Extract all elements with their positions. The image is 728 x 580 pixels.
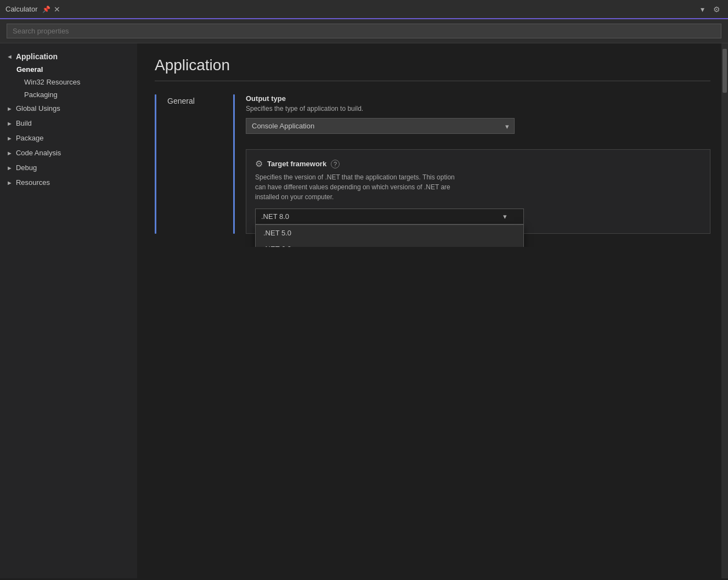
application-label: Application bbox=[16, 52, 58, 61]
tf-help-icon[interactable]: ? bbox=[331, 160, 340, 168]
title-bar: Calculator 📌 ✕ ▾ ⚙ bbox=[0, 0, 728, 19]
page-title: Application bbox=[155, 57, 710, 74]
scrollbar-thumb[interactable] bbox=[723, 49, 727, 93]
globalusings-arrow-icon: ► bbox=[7, 105, 13, 112]
tf-description: Specifies the version of .NET that the a… bbox=[255, 172, 701, 202]
sidebar-item-resources[interactable]: ► Resources bbox=[0, 175, 137, 190]
search-input[interactable] bbox=[7, 24, 721, 38]
packaging-label: Packaging bbox=[24, 91, 58, 99]
section-label-general: General bbox=[167, 94, 233, 234]
title-bar-title: Calculator bbox=[5, 5, 38, 13]
settings-area: General Output type Specifies the type o… bbox=[155, 94, 710, 234]
build-label: Build bbox=[16, 119, 32, 127]
general-label: General bbox=[16, 65, 43, 74]
scrollbar[interactable] bbox=[721, 43, 728, 578]
sidebar-item-build[interactable]: ► Build bbox=[0, 116, 137, 131]
tf-gear-icon: ⚙ bbox=[255, 159, 263, 169]
content-wrapper: Application General Output type Specifie… bbox=[137, 43, 728, 578]
package-label: Package bbox=[16, 134, 44, 142]
tf-header: ⚙ Target framework ? bbox=[255, 159, 701, 169]
page-divider bbox=[155, 81, 710, 81]
sidebar-item-debug[interactable]: ► Debug bbox=[0, 160, 137, 175]
sidebar-item-globalusings[interactable]: ► Global Usings bbox=[0, 101, 137, 116]
close-icon[interactable]: ✕ bbox=[54, 5, 60, 14]
win32resources-label: Win32 Resources bbox=[24, 78, 81, 86]
resources-label: Resources bbox=[16, 178, 50, 187]
output-type-description: Specifies the type of application to bui… bbox=[246, 105, 710, 112]
debug-label: Debug bbox=[16, 164, 37, 172]
framework-selected-value: .NET 8.0 bbox=[261, 212, 289, 221]
section-divider-bar bbox=[233, 94, 235, 234]
framework-dropdown-arrow-icon: ▾ bbox=[503, 212, 507, 221]
framework-dropdown-container: .NET 8.0 ▾ .NET 5.0 .NET 6.0 bbox=[255, 209, 701, 224]
content-area: Application General Output type Specifie… bbox=[137, 43, 728, 247]
sidebar: ◄ Application General Win32 Resources Pa… bbox=[0, 43, 137, 578]
section-blue-bar bbox=[155, 94, 156, 234]
codeanalysis-label: Code Analysis bbox=[16, 149, 61, 157]
target-framework-group: ⚙ Target framework ? Specifies the versi… bbox=[246, 149, 710, 234]
sidebar-item-packaging[interactable]: Packaging bbox=[0, 88, 137, 101]
sidebar-item-application[interactable]: ◄ Application bbox=[0, 50, 137, 63]
package-arrow-icon: ► bbox=[7, 135, 13, 142]
debug-arrow-icon: ► bbox=[7, 165, 13, 171]
output-type-label: Output type bbox=[246, 94, 710, 103]
sidebar-item-codeanalysis[interactable]: ► Code Analysis bbox=[0, 145, 137, 160]
codeanalysis-arrow-icon: ► bbox=[7, 150, 13, 156]
dropdown-icon[interactable]: ▾ bbox=[698, 4, 707, 15]
output-type-dropdown-wrapper: Console Application Windows Application … bbox=[246, 118, 515, 134]
search-bar bbox=[0, 19, 728, 43]
main-layout: ◄ Application General Win32 Resources Pa… bbox=[0, 43, 728, 578]
sidebar-item-win32resources[interactable]: Win32 Resources bbox=[0, 76, 137, 88]
settings-content: Output type Specifies the type of applic… bbox=[246, 94, 710, 234]
framework-option-net60[interactable]: .NET 6.0 bbox=[256, 241, 523, 247]
output-type-group: Output type Specifies the type of applic… bbox=[246, 94, 710, 134]
build-arrow-icon: ► bbox=[7, 120, 13, 127]
framework-dropdown-list[interactable]: .NET 5.0 .NET 6.0 .NET 7.0 .NET 8.0 bbox=[255, 224, 524, 247]
application-arrow-icon: ◄ bbox=[7, 53, 13, 60]
sidebar-item-package[interactable]: ► Package bbox=[0, 131, 137, 145]
pin-icon[interactable]: 📌 bbox=[42, 5, 50, 13]
framework-option-net50[interactable]: .NET 5.0 bbox=[256, 225, 523, 241]
settings-icon[interactable]: ⚙ bbox=[711, 4, 723, 15]
output-type-select[interactable]: Console Application Windows Application … bbox=[246, 118, 515, 134]
tf-title: Target framework bbox=[267, 160, 326, 168]
resources-arrow-icon: ► bbox=[7, 179, 13, 186]
title-bar-actions: ▾ ⚙ bbox=[698, 4, 723, 15]
globalusings-label: Global Usings bbox=[16, 104, 60, 112]
sidebar-item-general[interactable]: General bbox=[0, 63, 137, 76]
framework-select-box[interactable]: .NET 8.0 ▾ bbox=[255, 209, 524, 224]
